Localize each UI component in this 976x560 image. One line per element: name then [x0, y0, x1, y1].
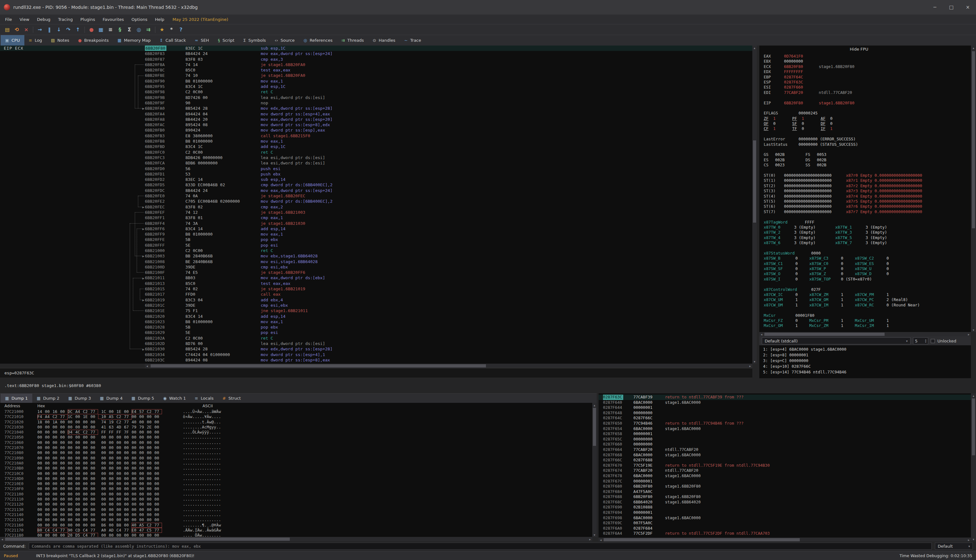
scroll-thumb[interactable]	[150, 364, 486, 367]
scroll-thumb[interactable]	[604, 538, 800, 541]
register-line[interactable]: OF0SF0DF0	[764, 121, 971, 126]
stack-row[interactable]: 0287F684A47F5A0C	[599, 489, 971, 495]
register-line[interactable]: EBP0287F64C	[764, 75, 971, 80]
symbols-button[interactable]: Σ	[125, 25, 134, 34]
stack-row[interactable]: 0287F6A477C5F2DFreturn to ntdll.77C5F2DF…	[599, 531, 971, 536]
stack-row[interactable]: 0287F66000000000	[599, 442, 971, 447]
stack-row[interactable]: 0287F6806BB20F80stage1.6BB20F80	[599, 484, 971, 489]
register-line[interactable]	[764, 245, 971, 250]
registers-panel[interactable]: Hide FPU EAX0D7641F0EBX00000000ECX6BB20F…	[759, 45, 971, 332]
pause-button[interactable]: ‖	[45, 25, 54, 34]
register-line[interactable]: x87SW_B0x87SW_C30x87SW_C20	[764, 256, 971, 261]
tab-trace[interactable]: ~Trace	[400, 35, 425, 45]
dump-row[interactable]: 77C21030000000000000000041634D6779792E00…	[0, 425, 592, 430]
register-line[interactable]: ST(6)00000000000000000000x87r6 Empty 0.0…	[764, 204, 971, 209]
register-line[interactable]: ESI0287F660	[764, 85, 971, 90]
register-line[interactable]: x87SW_C10x87SW_C00x87SW_ES0	[764, 261, 971, 266]
register-line[interactable]: ES002BDS002B	[764, 157, 971, 163]
step-into-button[interactable]: ↓	[54, 25, 63, 34]
dump-row[interactable]: 77C2111000000000000000000000000000000000…	[0, 497, 592, 502]
stack-row[interactable]: 0287F65C00000000	[599, 437, 971, 442]
dump-panel[interactable]: Address Hex ASCII 77C2100014001600DCA4C2…	[0, 403, 592, 537]
tab-symbols[interactable]: ΣSymbols	[239, 35, 270, 45]
stack-panel[interactable]: 0287F63C77CABF39return to ntdll.77CABF39…	[599, 393, 971, 541]
registers-vscrollbar[interactable]: ▴ ▾	[971, 45, 976, 332]
close-button[interactable]: ×	[959, 0, 976, 15]
tab-dump-5[interactable]: ▦Dump 5	[127, 394, 159, 403]
execute-till-return-button[interactable]: ↑	[73, 25, 83, 34]
dump-row[interactable]: 77C210B000000000000000000000000000000000…	[0, 466, 592, 471]
dump-row[interactable]: 77C2109000000000000000000000000000000000…	[0, 456, 592, 461]
dump-row[interactable]: 77C210F000000000000000000000000000000000…	[0, 486, 592, 492]
stack-row[interactable]: 0287F69C007F5A0C	[599, 520, 971, 526]
call-stack-button[interactable]: ≡	[106, 25, 115, 34]
command-profile-select[interactable]: Default ▾	[935, 543, 973, 550]
register-line[interactable]: ESP0287F63C	[764, 80, 971, 85]
tab-references[interactable]: ◎References	[299, 35, 337, 45]
minimize-button[interactable]: ─	[927, 0, 943, 15]
stack-row[interactable]: 0287F66C0287F688	[599, 458, 971, 463]
register-line[interactable]: x87TW_23 (Empty)x87TW_33 (Empty)	[764, 230, 971, 235]
stack-row[interactable]: 0287F66477CABF20ntdll.77CABF20	[599, 447, 971, 452]
run-button[interactable]: →	[35, 25, 45, 34]
stack-row[interactable]: 0287F69400000001	[599, 510, 971, 515]
dump-row[interactable]: 77C2108000000000000000000000000000000000…	[0, 450, 592, 455]
tab-dump-2[interactable]: ▦Dump 2	[32, 394, 64, 403]
register-line[interactable]: x87SW_I0x87SW_TOP0 (ST0=x87r0)	[764, 277, 971, 282]
scroll-thumb[interactable]	[5, 538, 290, 541]
stack-row[interactable]: 0287F65800000001	[599, 431, 971, 437]
disassembly-panel[interactable]: 6BB20F8083EC 1Csub esp,1C6BB20F838B4424 …	[0, 45, 752, 363]
register-line[interactable]: ZF1PF1AF0	[764, 116, 971, 121]
register-line[interactable]	[764, 214, 971, 220]
stack-row[interactable]: 0287F63C77CABF39return to ntdll.77CABF39…	[599, 395, 971, 400]
dump-row[interactable]: 77C2104000000000D44CC277FFFFFF7F00000000…	[0, 430, 592, 435]
memory-map-button[interactable]: ▦	[96, 25, 106, 34]
register-line[interactable]: x87CW_IC0x87CW_ZM1x87CW_PM1	[764, 292, 971, 297]
help-button[interactable]: ?	[176, 25, 186, 34]
dump-row[interactable]: 77C2106000000000000000000000000000000000…	[0, 440, 592, 445]
tab-handles[interactable]: ⊙Handles	[368, 35, 400, 45]
dump-row[interactable]: 77C2112000000000000000000000000000000000…	[0, 502, 592, 507]
argument-row[interactable]: 2: [esp+8] 00000001	[759, 352, 971, 358]
register-line[interactable]: EDXFFFFFFFF	[764, 69, 971, 74]
register-line[interactable]: EFLAGS00000245	[764, 111, 971, 116]
tab-dump-1[interactable]: ▦Dump 1	[1, 394, 32, 403]
register-line[interactable]	[764, 147, 971, 152]
register-line[interactable]: x87CW_DM1x87CW_IM1x87CW_RC0 (Round Near)	[764, 303, 971, 308]
menu-item-favourites[interactable]: Favourites	[99, 15, 128, 24]
stack-row[interactable]: 0287F68C6BB64020stage1.6BB64020	[599, 500, 971, 505]
dump-row[interactable]: 77C2100014001600DCA4C2771C001E00E457C277…	[0, 409, 592, 414]
register-line[interactable]: LastError00000000 (ERROR_SUCCESS)	[764, 137, 971, 142]
register-line[interactable]: x87SW_SF0x87SW_P0x87SW_U0	[764, 266, 971, 271]
tab-watch-1[interactable]: ◉Watch 1	[158, 394, 190, 403]
argument-row[interactable]: 5: [esp+14] 77C94B46 ntdll.77C94B46	[759, 369, 971, 375]
step-over-button[interactable]: ↷	[63, 25, 73, 34]
stack-row[interactable]: 0287F6886BB20F80stage1.6BB20F80	[599, 494, 971, 500]
threads-button[interactable]: ⇉	[143, 25, 153, 34]
register-line[interactable]	[764, 168, 971, 173]
menu-item-options[interactable]: Options	[128, 15, 151, 24]
register-line[interactable]: MxCsr_OM1MxCsr_ZM1MxCsr_IM1	[764, 323, 971, 328]
menu-item-tracing[interactable]: Tracing	[54, 15, 77, 24]
tab-script[interactable]: §Script	[214, 35, 239, 45]
lock-checkbox[interactable]	[931, 339, 935, 343]
register-line[interactable]: ECX6BB20F80stage1.6BB20F80	[764, 64, 971, 69]
open-file-button[interactable]: ▤	[3, 25, 12, 34]
dump-row[interactable]: 77C2107000000000000000000000000000000000…	[0, 445, 592, 450]
register-line[interactable]: EAX0D7641F0	[764, 54, 971, 59]
dump-row[interactable]: 77C2110000000000000000000000000000000000…	[0, 492, 592, 497]
register-line[interactable]: x87TW_03 (Empty)x87TW_13 (Empty)	[764, 225, 971, 230]
script-button[interactable]: §	[115, 25, 125, 34]
register-line[interactable]: MxCsr00001F80	[764, 313, 971, 318]
register-line[interactable]	[764, 308, 971, 313]
menu-item-debug[interactable]: Debug	[33, 15, 54, 24]
register-line[interactable]: x87SW_O0x87SW_Z0x87SW_D0	[764, 271, 971, 277]
dump-row[interactable]: 77C2113000000000000000000000000000000000…	[0, 507, 592, 512]
register-line[interactable]	[764, 132, 971, 137]
menu-item-view[interactable]: View	[16, 15, 33, 24]
register-line[interactable]: ST(4)00000000000000000000x87r4 Empty 0.0…	[764, 194, 971, 199]
dump-row[interactable]: 77C2117080C4C47790CDC477A0ADC477E047C577…	[0, 528, 592, 533]
dump-row[interactable]: 77C2102018001A00000000007419C27740000000…	[0, 420, 592, 425]
disassembly-hscrollbar[interactable]: ◂ ▸	[145, 363, 752, 368]
dump-row[interactable]: 77C2114000000000000000000000000000000000…	[0, 512, 592, 517]
